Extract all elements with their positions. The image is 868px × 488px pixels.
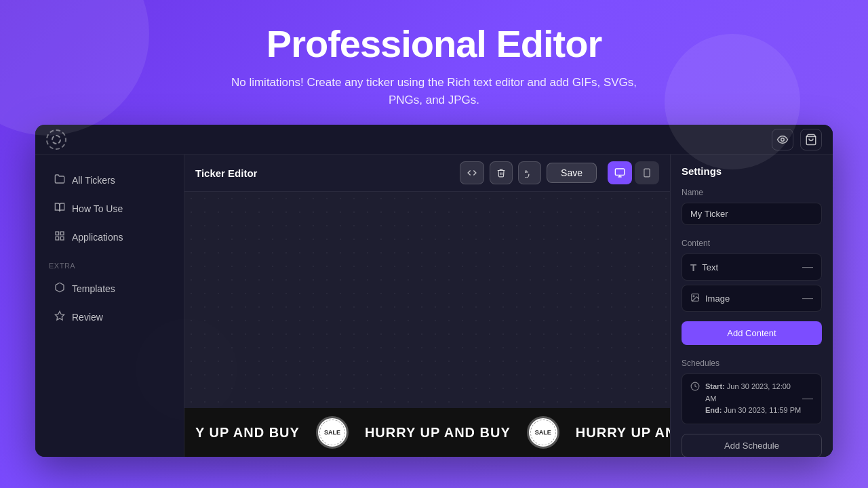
- save-button[interactable]: Save: [547, 163, 597, 183]
- editor-actions: Save: [460, 161, 659, 184]
- schedule-start: Start: Jun 30 2023, 12:00 AM: [705, 381, 802, 405]
- content-item-label: Image: [705, 293, 730, 304]
- svg-rect-4: [56, 237, 59, 240]
- title-bar-actions: [772, 129, 822, 150]
- content-item-label: Text: [702, 262, 718, 272]
- svg-rect-10: [644, 169, 650, 177]
- sidebar: All Tickers How To Use Applications: [35, 155, 184, 457]
- star-icon: [54, 310, 65, 324]
- content-item-text: T Text —: [682, 253, 822, 281]
- svg-rect-5: [60, 237, 64, 240]
- svg-point-13: [693, 296, 694, 297]
- app-logo: [46, 129, 66, 150]
- hero-subtitle: No limitations! Create any ticker using …: [231, 74, 637, 108]
- box-icon: [54, 282, 65, 296]
- end-label: End:: [705, 406, 722, 414]
- text-type-icon: T: [690, 262, 696, 273]
- remove-text-button[interactable]: —: [802, 261, 813, 273]
- ticker-banner: Y UP AND BUY SALE HURRY UP AND BUY SALE …: [184, 408, 670, 457]
- ticker-text-2: HURRY UP AND BUY: [354, 425, 521, 441]
- app-window: All Tickers How To Use Applications: [35, 125, 833, 457]
- editor-title: Ticker Editor: [195, 167, 257, 179]
- schedule-item: Start: Jun 30 2023, 12:00 AM End: Jun 30…: [682, 373, 822, 424]
- clock-icon: [690, 382, 700, 393]
- svg-marker-6: [55, 311, 64, 320]
- ticker-text: Y UP AND BUY: [184, 425, 311, 441]
- sidebar-item-label: Review: [72, 312, 103, 323]
- schedule-end: End: Jun 30 2023, 11:59 PM: [705, 405, 802, 417]
- sidebar-item-label: Applications: [72, 232, 123, 243]
- settings-panel: Settings Name Content T Text —: [670, 155, 833, 457]
- name-input[interactable]: [682, 203, 822, 225]
- ticker-badge-1: SALE: [316, 416, 349, 449]
- book-icon: [54, 202, 65, 216]
- desktop-view-button[interactable]: [608, 161, 632, 184]
- code-button[interactable]: [460, 161, 484, 184]
- view-toggle: [608, 161, 659, 184]
- end-value: Jun 30 2023, 11:59 PM: [724, 406, 802, 414]
- remove-schedule-button[interactable]: —: [802, 392, 813, 405]
- hero-title: Professional Editor: [14, 22, 854, 66]
- canvas-area: Y UP AND BUY SALE HURRY UP AND BUY SALE …: [184, 192, 670, 457]
- badge-label: SALE: [324, 429, 340, 436]
- sidebar-item-label: Templates: [72, 283, 115, 294]
- add-content-button[interactable]: Add Content: [682, 321, 822, 345]
- svg-point-0: [781, 138, 785, 141]
- svg-rect-2: [56, 232, 59, 235]
- sidebar-item-how-to-use[interactable]: How To Use: [41, 195, 178, 222]
- content-item-image: Image —: [682, 285, 822, 312]
- sidebar-item-label: All Tickers: [72, 175, 115, 186]
- content-label: Content: [682, 239, 822, 248]
- hero-section: Professional Editor No limitations! Crea…: [0, 0, 868, 125]
- sidebar-item-templates[interactable]: Templates: [41, 275, 178, 302]
- ticker-content: Y UP AND BUY SALE HURRY UP AND BUY SALE …: [184, 416, 670, 449]
- mobile-view-button[interactable]: [635, 161, 659, 184]
- editor-toolbar: Ticker Editor: [184, 155, 670, 192]
- image-type-icon: [690, 293, 700, 304]
- start-label: Start:: [705, 382, 725, 390]
- sidebar-item-applications[interactable]: Applications: [41, 224, 178, 251]
- sidebar-item-label: How To Use: [72, 203, 123, 214]
- svg-rect-7: [615, 169, 624, 175]
- svg-rect-3: [60, 232, 64, 235]
- delete-button[interactable]: [490, 161, 513, 184]
- name-label: Name: [682, 188, 822, 197]
- preview-icon[interactable]: [772, 129, 793, 150]
- schedules-section: Schedules Start: Jun 30 2023, 12:00 AM: [682, 359, 822, 457]
- content-section: Content T Text — Imag: [682, 239, 822, 345]
- sidebar-item-all-tickers[interactable]: All Tickers: [41, 167, 178, 194]
- folder-icon: [54, 174, 65, 187]
- grid-icon: [54, 230, 65, 244]
- main-layout: All Tickers How To Use Applications: [35, 155, 833, 457]
- cart-icon[interactable]: [800, 129, 822, 150]
- settings-title: Settings: [682, 165, 822, 177]
- editor-area: Ticker Editor: [184, 155, 670, 457]
- ticker-badge-2: SALE: [527, 416, 559, 449]
- sidebar-extra-label: Extra: [35, 252, 184, 274]
- sidebar-item-review[interactable]: Review: [41, 304, 178, 331]
- ticker-text-3: HURRY UP AND BUY: [565, 425, 670, 441]
- title-bar: [35, 125, 833, 155]
- add-schedule-button[interactable]: Add Schedule: [682, 434, 822, 457]
- schedules-label: Schedules: [682, 359, 822, 368]
- name-section: Name: [682, 188, 822, 225]
- undo-button[interactable]: [518, 161, 541, 184]
- badge-label: SALE: [535, 429, 551, 436]
- remove-image-button[interactable]: —: [802, 292, 813, 304]
